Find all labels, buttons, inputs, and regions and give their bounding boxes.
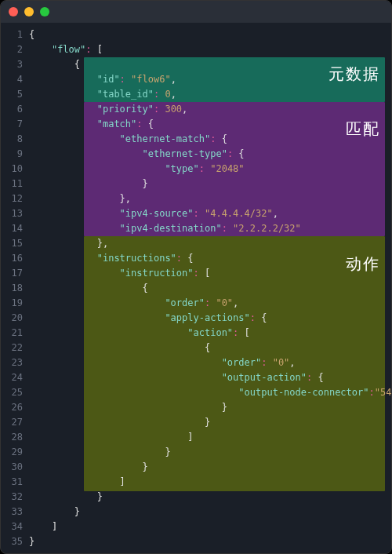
code-line: 6 "priority": 300, <box>1 102 391 117</box>
line-content: } <box>29 505 391 519</box>
code-line: 2 "flow": [ <box>1 42 391 57</box>
line-content: "order": "0", <box>29 355 391 370</box>
line-content: } <box>29 445 391 460</box>
code-line: 19 "order": "0", <box>1 296 391 311</box>
line-content: } <box>29 460 391 475</box>
code-line: 12 }, <box>1 191 391 206</box>
line-number: 9 <box>1 147 29 162</box>
line-number: 17 <box>1 266 29 281</box>
line-content: { <box>29 27 391 42</box>
line-number: 33 <box>1 505 29 519</box>
code-line: 22 { <box>1 341 391 355</box>
code-line: 14 "ipv4-destination": "2.2.2.2/32" <box>1 221 391 236</box>
line-content: "instructions": { <box>29 251 391 266</box>
line-content: "priority": 300, <box>29 102 391 117</box>
line-content: { <box>29 341 391 355</box>
line-content: "output-action": { <box>29 370 391 385</box>
line-content: "type": "2048" <box>29 162 391 177</box>
code-line: 21 "action": [ <box>1 326 391 341</box>
line-content: } <box>29 490 391 505</box>
line-number: 25 <box>1 385 29 400</box>
code-line: 1{ <box>1 27 391 42</box>
line-content: "table_id": 0, <box>29 87 391 102</box>
line-number: 35 <box>1 534 29 549</box>
code-line: 13 "ipv4-source": "4.4.4.4/32", <box>1 206 391 221</box>
code-line: 27 } <box>1 415 391 430</box>
line-number: 19 <box>1 296 29 311</box>
code-line: 8 "ethernet-match": { <box>1 132 391 147</box>
line-content: } <box>29 534 391 549</box>
line-number: 16 <box>1 251 29 266</box>
line-number: 14 <box>1 221 29 236</box>
code-editor[interactable]: 元数据 匹配 动作 1{2 "flow": [3 {4 "id": "flow6… <box>1 23 391 554</box>
code-line: 31 ] <box>1 475 391 490</box>
code-lines: 1{2 "flow": [3 {4 "id": "flow6",5 "table… <box>1 27 391 549</box>
editor-window: 元数据 匹配 动作 1{2 "flow": [3 {4 "id": "flow6… <box>0 0 392 554</box>
line-number: 22 <box>1 341 29 355</box>
minimize-icon[interactable] <box>24 7 34 16</box>
code-line: 11 } <box>1 177 391 191</box>
zoom-icon[interactable] <box>40 7 49 16</box>
code-line: 15 }, <box>1 236 391 251</box>
line-number: 18 <box>1 281 29 296</box>
code-line: 28 ] <box>1 430 391 445</box>
line-number: 30 <box>1 460 29 475</box>
code-line: 35} <box>1 534 391 549</box>
line-content: ] <box>29 519 391 534</box>
line-number: 27 <box>1 415 29 430</box>
line-number: 31 <box>1 475 29 490</box>
line-number: 12 <box>1 191 29 206</box>
line-number: 21 <box>1 326 29 341</box>
line-number: 28 <box>1 430 29 445</box>
line-number: 3 <box>1 57 29 72</box>
line-content: "output-node-connector":"54" <box>29 385 392 400</box>
line-content: "action": [ <box>29 326 391 341</box>
line-number: 34 <box>1 519 29 534</box>
line-number: 24 <box>1 370 29 385</box>
line-number: 5 <box>1 87 29 102</box>
line-number: 29 <box>1 445 29 460</box>
line-content: } <box>29 400 391 415</box>
line-number: 4 <box>1 72 29 87</box>
code-line: 23 "order": "0", <box>1 355 391 370</box>
code-line: 7 "match": { <box>1 117 391 132</box>
code-line: 17 "instruction": [ <box>1 266 391 281</box>
line-content: "ipv4-destination": "2.2.2.2/32" <box>29 221 391 236</box>
line-number: 10 <box>1 162 29 177</box>
line-content: "order": "0", <box>29 296 391 311</box>
line-number: 20 <box>1 311 29 326</box>
line-content: "flow": [ <box>29 42 391 57</box>
line-number: 15 <box>1 236 29 251</box>
annotation-match: 匹配 <box>346 118 380 140</box>
annotation-instructions: 动作 <box>346 253 380 275</box>
code-line: 26 } <box>1 400 391 415</box>
line-number: 6 <box>1 102 29 117</box>
line-content: "ethernet-match": { <box>29 132 391 147</box>
annotation-metadata: 元数据 <box>328 64 380 85</box>
code-line: 16 "instructions": { <box>1 251 391 266</box>
line-content: ] <box>29 475 391 490</box>
code-line: 32 } <box>1 490 391 505</box>
line-content: }, <box>29 191 391 206</box>
line-content: { <box>29 281 391 296</box>
code-line: 24 "output-action": { <box>1 370 391 385</box>
code-line: 5 "table_id": 0, <box>1 87 391 102</box>
line-number: 11 <box>1 177 29 191</box>
line-content: } <box>29 415 391 430</box>
line-content: "match": { <box>29 117 391 132</box>
line-content: "instruction": [ <box>29 266 391 281</box>
line-content: "ethernet-type": { <box>29 147 391 162</box>
code-line: 30 } <box>1 460 391 475</box>
code-line: 20 "apply-actions": { <box>1 311 391 326</box>
line-content: "apply-actions": { <box>29 311 391 326</box>
line-number: 1 <box>1 27 29 42</box>
line-number: 8 <box>1 132 29 147</box>
line-number: 23 <box>1 355 29 370</box>
code-line: 25 "output-node-connector":"54" <box>1 385 391 400</box>
close-icon[interactable] <box>9 7 18 16</box>
code-line: 29 } <box>1 445 391 460</box>
line-number: 26 <box>1 400 29 415</box>
code-line: 10 "type": "2048" <box>1 162 391 177</box>
line-number: 7 <box>1 117 29 132</box>
code-line: 18 { <box>1 281 391 296</box>
